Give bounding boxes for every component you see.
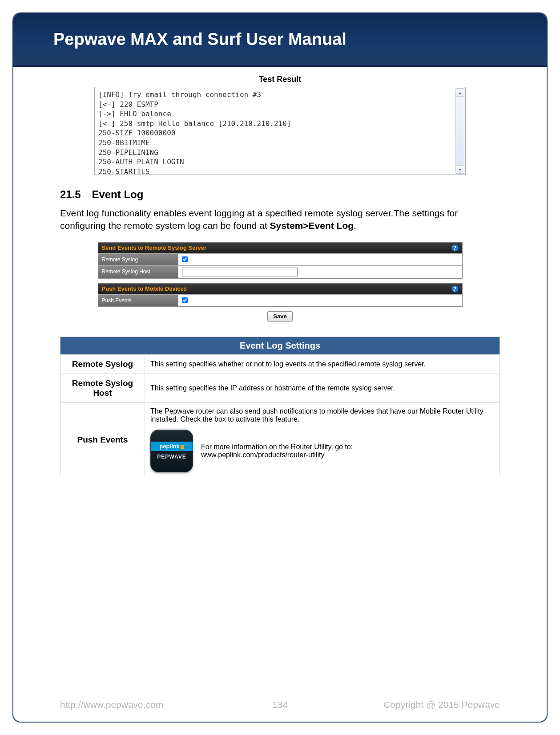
- scroll-up-icon[interactable]: ▴: [456, 89, 464, 97]
- panel-push-events: Push Events to Mobile Devices ? Push Eve…: [98, 283, 463, 307]
- settings-screenshot: Send Events to Remote Syslog Server ? Re…: [98, 242, 463, 321]
- dot-icon: [181, 445, 184, 449]
- page-border: Pepwave MAX and Surf User Manual Test Re…: [12, 12, 548, 723]
- section-heading: 21.5 Event Log: [60, 188, 500, 201]
- row-label: Remote Syslog: [98, 254, 178, 265]
- row-desc: This setting specifies the IP address or…: [145, 374, 500, 402]
- push-events-checkbox[interactable]: [182, 297, 188, 303]
- table-row: Push Events The Pepwave router can also …: [60, 402, 500, 477]
- section-number: 21.5: [60, 188, 81, 200]
- log-line: 250-SIZE 100000000: [98, 128, 462, 138]
- push-desc-text: The Pepwave router can also send push no…: [150, 407, 494, 423]
- row-push-events: Push Events: [98, 294, 462, 306]
- row-label: Remote Syslog: [60, 354, 145, 374]
- content-area: Test Result [INFO] Try email through con…: [13, 67, 547, 477]
- footer-copyright: Copyright @ 2015 Pepwave: [383, 699, 500, 710]
- save-button[interactable]: Save: [267, 311, 292, 321]
- scrollbar[interactable]: ▴ ▾: [455, 88, 464, 174]
- footer-url: http://www.pepwave.com: [60, 699, 163, 710]
- help-icon[interactable]: ?: [451, 244, 459, 252]
- panel-send-events: Send Events to Remote Syslog Server ? Re…: [98, 242, 463, 279]
- app-icon-line2: PEPWAVE: [157, 454, 186, 460]
- log-line: 250-AUTH PLAIN LOGIN: [98, 157, 462, 167]
- paragraph-bold: System>Event Log: [270, 220, 354, 231]
- paragraph-suffix: .: [354, 220, 356, 231]
- row-remote-syslog: Remote Syslog: [98, 253, 462, 265]
- help-icon[interactable]: ?: [451, 285, 459, 292]
- test-result-log: [INFO] Try email through connection #3 […: [94, 87, 466, 175]
- page-footer: http://www.pepwave.com 134 Copyright @ 2…: [13, 699, 547, 710]
- panel-title: Send Events to Remote Syslog Server: [102, 244, 207, 251]
- push-desc-url: www.peplink.com/products/router-utility: [201, 451, 353, 459]
- table-row: Remote Syslog Host This setting specifie…: [60, 374, 500, 402]
- table-row: Remote Syslog This setting specifies whe…: [60, 354, 500, 374]
- header-band: Pepwave MAX and Surf User Manual: [13, 13, 547, 67]
- scroll-down-icon[interactable]: ▾: [456, 165, 464, 173]
- app-icon-line1: peplink: [159, 443, 180, 450]
- log-line: 250-PIPELINING: [98, 148, 462, 158]
- section-paragraph: Event log functionality enables event lo…: [60, 207, 500, 232]
- log-line: [<-] 220 ESMTP: [98, 100, 462, 110]
- paragraph-text: Event log functionality enables event lo…: [60, 208, 458, 231]
- log-line: [<-] 250-smtp Hello balance [210.210.210…: [98, 119, 462, 129]
- push-desc-link-block: For more information on the Router Utili…: [201, 443, 353, 459]
- save-row: Save: [98, 311, 463, 321]
- table-header: Event Log Settings: [60, 337, 500, 354]
- remote-syslog-checkbox[interactable]: [182, 256, 188, 262]
- test-result-heading: Test Result: [60, 75, 500, 84]
- row-desc: This setting specifies whether or not to…: [145, 354, 500, 374]
- event-log-settings-table: Event Log Settings Remote Syslog This se…: [60, 337, 500, 477]
- section-title: Event Log: [92, 188, 143, 200]
- panel-title: Push Events to Mobile Devices: [102, 285, 187, 292]
- router-utility-app-icon: peplink PEPWAVE: [150, 430, 193, 472]
- row-remote-syslog-host: Remote Syslog Host: [98, 265, 462, 278]
- row-label: Push Events: [60, 402, 145, 477]
- row-desc-push: The Pepwave router can also send push no…: [145, 402, 500, 477]
- panel-header: Send Events to Remote Syslog Server ?: [98, 243, 462, 253]
- row-label: Remote Syslog Host: [98, 266, 178, 278]
- footer-page-number: 134: [272, 699, 288, 710]
- test-result-box: [INFO] Try email through connection #3 […: [94, 87, 466, 175]
- log-line: [INFO] Try email through connection #3: [98, 90, 462, 100]
- push-desc-moreinfo: For more information on the Router Utili…: [201, 443, 353, 451]
- log-line: [->] EHLO balance: [98, 109, 462, 119]
- row-label: Remote Syslog Host: [60, 374, 145, 402]
- log-line: 250-STARTTLS: [98, 167, 462, 175]
- remote-syslog-host-input[interactable]: [182, 268, 298, 276]
- row-label: Push Events: [98, 295, 178, 306]
- document-title: Pepwave MAX and Surf User Manual: [53, 30, 346, 49]
- log-line: 250-8BITMIME: [98, 138, 462, 148]
- panel-header: Push Events to Mobile Devices ?: [98, 284, 462, 294]
